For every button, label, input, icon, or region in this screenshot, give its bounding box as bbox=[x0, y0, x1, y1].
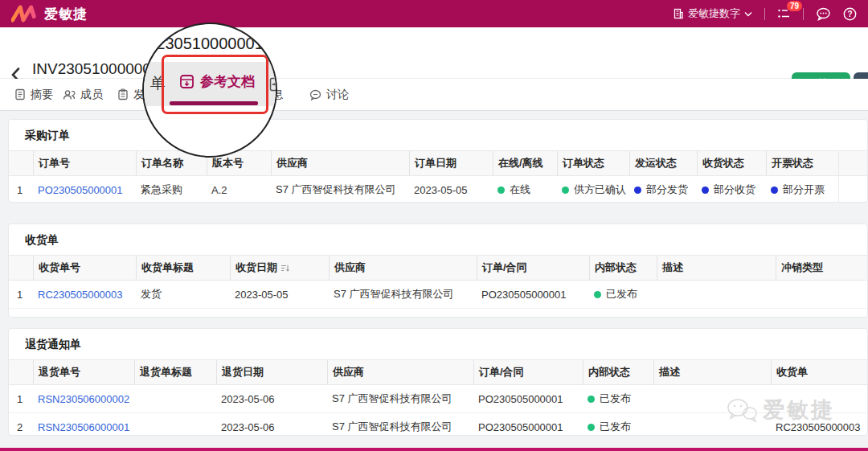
red-highlight-box bbox=[162, 55, 268, 114]
table-row[interactable]: 2 RSN230506000001 2023-05-06 S7 广西智促科技有限… bbox=[9, 413, 867, 436]
table-header-row: 退货单号 退货单标题 退货日期 供应商 订单/合同 内部状态 描述 收货单 bbox=[9, 359, 867, 385]
receipt-number-link[interactable]: RC230509000004 bbox=[38, 317, 123, 318]
return-number-link[interactable]: RSN230506000001 bbox=[38, 421, 129, 433]
column-header[interactable]: 供应商 bbox=[327, 360, 473, 384]
offset-type-cell bbox=[776, 309, 867, 318]
internal-status-cell: 已发布 bbox=[583, 385, 653, 412]
return-title-cell bbox=[134, 413, 216, 436]
order-number-link[interactable]: PO230505000001 bbox=[38, 184, 123, 196]
members-icon bbox=[63, 89, 76, 100]
tab-bar: 摘要 成员 发票校验 相关信息 讨论 bbox=[0, 79, 868, 111]
svg-text:?: ? bbox=[847, 10, 852, 18]
tab-summary[interactable]: 摘要 bbox=[14, 79, 53, 110]
tab-label: 成员 bbox=[80, 88, 103, 102]
return-date-cell: 2023-05-06 bbox=[216, 413, 327, 436]
discussion-icon bbox=[309, 89, 321, 100]
column-header[interactable]: 供应商 bbox=[271, 151, 409, 175]
column-header[interactable]: 收货状态 bbox=[697, 151, 766, 175]
tab-members[interactable]: 成员 bbox=[63, 79, 103, 110]
column-header[interactable]: 收货单号 bbox=[33, 256, 136, 280]
org-switcher[interactable]: 爱敏捷数字 bbox=[673, 6, 752, 21]
green-status-dot bbox=[594, 291, 601, 298]
green-status-dot bbox=[497, 187, 505, 194]
table-row[interactable]: 2 RC230509000004 发货 2023-05-09 S7 广西智促科技… bbox=[9, 309, 867, 318]
row-seq: 1 bbox=[9, 385, 33, 412]
column-header[interactable]: 订单状态 bbox=[557, 151, 629, 175]
help-icon: ? bbox=[843, 7, 857, 21]
brand-text: 爱敏捷 bbox=[44, 5, 88, 23]
column-header[interactable]: 在线/离线 bbox=[493, 151, 557, 175]
column-header[interactable]: 供应商 bbox=[329, 256, 477, 280]
column-header[interactable]: 订单号 bbox=[33, 151, 136, 175]
green-status-dot bbox=[588, 396, 595, 403]
column-header[interactable]: 发运状态 bbox=[629, 151, 697, 175]
help-button[interactable]: ? bbox=[843, 7, 857, 21]
column-header[interactable]: 订单日期 bbox=[409, 151, 493, 175]
chevron-down-icon bbox=[744, 11, 752, 17]
column-header[interactable]: 开票状态 bbox=[766, 151, 838, 175]
row-seq: 1 bbox=[9, 176, 33, 203]
description-cell bbox=[653, 385, 771, 412]
ship-status-cell: 部分发货 bbox=[629, 176, 697, 203]
receipt-ref-cell: RC230505000003 bbox=[771, 413, 867, 436]
column-header[interactable]: 描述 bbox=[653, 360, 771, 384]
offset-type-cell bbox=[776, 281, 867, 308]
internal-status-cell: 已发布 bbox=[583, 413, 653, 436]
tab-discussion[interactable]: 讨论 bbox=[309, 79, 349, 110]
bottom-accent-line bbox=[0, 448, 868, 451]
return-notice-panel: 退货通知单 退货单号 退货单标题 退货日期 供应商 订单/合同 内部状态 描述 … bbox=[8, 328, 868, 436]
document-icon bbox=[14, 88, 26, 100]
supplier-cell: S7 广西智促科技有限公司 bbox=[327, 385, 473, 412]
section-title-receipt: 收货单 bbox=[9, 224, 867, 255]
tasks-badge: 79 bbox=[787, 1, 802, 11]
column-header[interactable]: 描述 bbox=[657, 256, 776, 280]
column-header[interactable]: 内部状态 bbox=[589, 256, 657, 280]
blue-status-dot bbox=[771, 187, 778, 194]
supplier-cell: S7 广西智促科技有限公司 bbox=[271, 176, 409, 203]
column-header[interactable]: 冲销类型 bbox=[776, 256, 867, 280]
return-date-cell: 2023-05-06 bbox=[216, 385, 327, 412]
receipt-date-cell: 2023-05-05 bbox=[230, 281, 329, 308]
blue-status-dot bbox=[702, 187, 709, 194]
column-header[interactable]: 退货日期 bbox=[216, 360, 327, 384]
column-header[interactable]: 订单/合同 bbox=[477, 256, 589, 280]
column-header[interactable]: 收货单标题 bbox=[136, 256, 230, 280]
filler-cell bbox=[838, 176, 867, 203]
column-header[interactable]: 内部状态 bbox=[583, 360, 653, 384]
building-icon bbox=[673, 8, 684, 19]
section-title-purchase-order: 采购订单 bbox=[9, 120, 867, 150]
receipt-title-cell: 发货 bbox=[136, 309, 230, 318]
green-status-dot bbox=[588, 424, 595, 431]
table-row[interactable]: 1 PO230505000001 紧急采购 A.2 S7 广西智促科技有限公司 … bbox=[9, 176, 867, 203]
send-icon bbox=[269, 77, 277, 95]
tab-label: 摘要 bbox=[31, 88, 53, 102]
receipt-title-cell: 发货 bbox=[136, 281, 230, 308]
column-header-sorted[interactable]: 收货日期 bbox=[230, 256, 329, 280]
table-row[interactable]: 1 RC230505000003 发货 2023-05-05 S7 广西智促科技… bbox=[9, 281, 867, 309]
sort-icon bbox=[280, 264, 289, 273]
order-date-cell: 2023-05-05 bbox=[409, 176, 493, 203]
return-number-link[interactable]: RSN230506000002 bbox=[38, 393, 129, 405]
supplier-cell: S7 广西智促科技有限公司 bbox=[329, 281, 477, 308]
messages-button[interactable] bbox=[816, 7, 831, 21]
green-status-dot bbox=[562, 187, 569, 194]
column-header[interactable]: 退货单标题 bbox=[134, 360, 216, 384]
table-row[interactable]: 1 RSN230506000002 2023-05-06 S7 广西智促科技有限… bbox=[9, 385, 867, 413]
column-header[interactable]: 退货单号 bbox=[33, 360, 134, 384]
tasks-button[interactable]: 79 bbox=[777, 7, 791, 20]
order-status-cell: 供方已确认 bbox=[557, 176, 629, 203]
receipt-number-link[interactable]: RC230505000003 bbox=[38, 289, 123, 301]
clipboard-icon bbox=[117, 88, 129, 100]
column-header[interactable]: 收货单 bbox=[771, 360, 867, 384]
description-cell bbox=[657, 309, 776, 318]
row-seq: 2 bbox=[9, 413, 33, 436]
receipt-ref-cell bbox=[771, 385, 867, 412]
app-logo[interactable]: 爱敏捷 bbox=[11, 4, 88, 23]
supplier-cell: S7 广西智促科技有限公司 bbox=[327, 413, 473, 436]
internal-status-cell: 已发布 bbox=[589, 309, 657, 318]
column-header[interactable]: 订单/合同 bbox=[473, 360, 583, 384]
order-name-cell: 紧急采购 bbox=[136, 176, 207, 203]
description-cell bbox=[653, 413, 771, 436]
top-bar: 爱敏捷 爱敏捷数字 79 bbox=[0, 0, 868, 27]
section-title-return-notice: 退货通知单 bbox=[9, 329, 867, 359]
